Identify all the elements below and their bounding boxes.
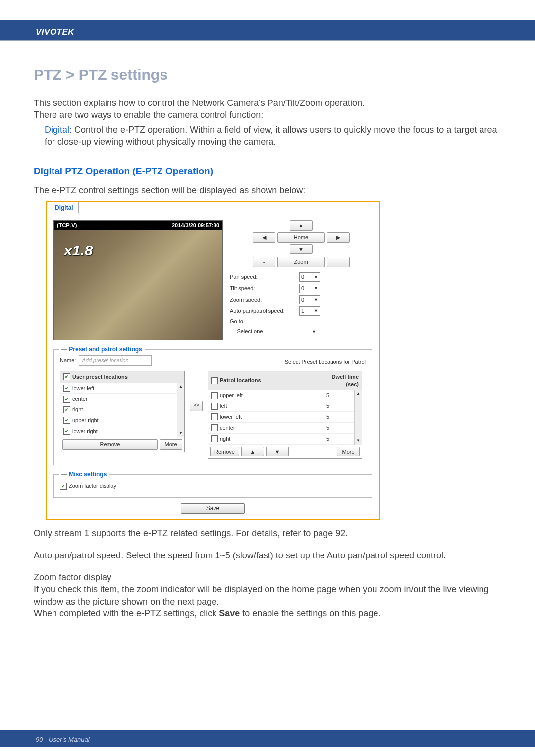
list-item[interactable]: upper left5 <box>208 390 354 401</box>
brand-header: VIVOTEK <box>36 27 74 37</box>
patrol-header-checkbox[interactable] <box>211 377 218 384</box>
remove-patrol-button[interactable]: Remove <box>210 447 239 457</box>
checkbox[interactable] <box>211 424 218 431</box>
zoom-speed-select[interactable]: 0▼ <box>299 295 320 304</box>
chevron-down-icon: ▼ <box>314 308 318 314</box>
checkbox[interactable] <box>211 435 218 442</box>
zoom-factor-checkbox[interactable]: ✔ <box>60 483 67 490</box>
auto-speed-select[interactable]: 1▼ <box>299 306 320 316</box>
save-instruction-bold: Save <box>219 608 240 618</box>
page-title: PTZ > PTZ settings <box>34 65 501 85</box>
checkbox[interactable]: ✔ <box>63 385 70 392</box>
name-label: Name: <box>60 357 76 364</box>
list-item[interactable]: ✔right <box>60 404 177 415</box>
patrol-list: Patrol locations Dwell time (sec) upper … <box>208 371 362 459</box>
remove-preset-button[interactable]: Remove <box>62 439 158 450</box>
checkbox[interactable]: ✔ <box>63 417 70 424</box>
ptz-right-button[interactable]: ▶ <box>327 232 350 243</box>
select-preset-label: Select Preset Locations for Patrol <box>285 358 366 366</box>
pan-speed-label: Pan speed: <box>230 273 299 281</box>
save-button[interactable]: Save <box>181 503 245 514</box>
list-item[interactable]: ✔lower left <box>60 383 177 394</box>
checkbox[interactable]: ✔ <box>63 428 70 435</box>
chevron-down-icon: ▼ <box>314 297 318 302</box>
auto-speed-heading: Auto pan/patrol speed <box>34 551 121 560</box>
intro-line-1: This section explains how to control the… <box>34 97 501 109</box>
user-header-checkbox[interactable]: ✔ <box>63 373 70 380</box>
checkbox[interactable]: ✔ <box>63 406 70 413</box>
tab-digital[interactable]: Digital <box>50 202 79 213</box>
zoom-in-button[interactable]: + <box>327 257 350 267</box>
zoom-speed-label: Zoom speed: <box>230 296 299 303</box>
auto-speed-label: Auto pan/patrol speed: <box>230 307 299 315</box>
zoom-factor-text-1: If you check this item, the zoom indicat… <box>34 583 501 607</box>
move-right-button[interactable]: >> <box>190 401 203 411</box>
ptz-up-button[interactable]: ▲ <box>290 220 313 231</box>
checkbox[interactable] <box>211 392 218 399</box>
zoom-factor-label: Zoom factor display <box>69 482 116 490</box>
checkbox[interactable] <box>211 403 218 410</box>
zoom-label: Zoom <box>277 257 325 267</box>
misc-legend: Misc settings <box>59 470 109 478</box>
zoom-indicator: x1.8 <box>64 241 93 261</box>
patrol-down-button[interactable]: ▼ <box>266 447 289 457</box>
intro-line-2: There are two ways to enable the camera … <box>34 109 501 121</box>
goto-select[interactable]: -- Select one --▼ <box>230 327 318 336</box>
more-patrol-button[interactable]: More <box>337 447 360 457</box>
ptz-home-button[interactable]: Home <box>277 232 325 243</box>
preset-name-input[interactable]: Add preset location <box>79 355 152 366</box>
list-item[interactable]: center5 <box>208 423 354 434</box>
tilt-speed-label: Tilt speed: <box>230 285 299 292</box>
stream-timestamp: 2014/3/20 09:57:30 <box>172 222 219 229</box>
user-preset-list: ✔ User preset locations ✔lower left ✔cen… <box>60 371 185 452</box>
patrol-up-button[interactable]: ▲ <box>241 447 264 457</box>
list-item[interactable]: left5 <box>208 401 354 412</box>
patrol-header: Patrol locations <box>220 377 261 384</box>
stream-name: (TCP-V) <box>57 222 77 229</box>
list-item[interactable]: ✔center <box>60 394 177 404</box>
checkbox[interactable] <box>211 413 218 420</box>
list-item[interactable]: right5 <box>208 434 354 445</box>
more-preset-button[interactable]: More <box>160 439 182 450</box>
list-item[interactable]: ✔lower right <box>60 426 177 437</box>
digital-label: Digital <box>45 125 69 135</box>
misc-fieldset: Misc settings ✔ Zoom factor display <box>54 474 372 498</box>
subsection-text: The e-PTZ control settings section will … <box>34 184 501 196</box>
zoom-out-button[interactable]: - <box>253 257 275 267</box>
video-preview: (TCP-V) 2014/3/20 09:57:30 x1.8 <box>54 220 223 340</box>
user-preset-header: User preset locations <box>72 373 128 381</box>
note-stream1: Only stream 1 supports the e-PTZ related… <box>34 527 501 539</box>
digital-desc: : Control the e-PTZ operation. Within a … <box>45 125 497 147</box>
subsection-heading: Digital PTZ Operation (E-PTZ Operation) <box>34 165 501 178</box>
list-item[interactable]: lower left5 <box>208 412 354 423</box>
scrollbar[interactable]: ▲▼ <box>354 390 362 444</box>
save-instruction-pre: When completed with the e-PTZ settings, … <box>34 608 219 618</box>
ptz-down-button[interactable]: ▼ <box>290 244 313 254</box>
dwell-header: Dwell time (sec) <box>324 373 359 388</box>
zoom-factor-heading: Zoom factor display <box>34 571 501 583</box>
chevron-down-icon: ▼ <box>314 285 318 291</box>
pan-speed-select[interactable]: 0▼ <box>299 272 320 282</box>
eptz-panel: Digital (TCP-V) 2014/3/20 09:57:30 x1.8 … <box>46 201 380 521</box>
save-instruction-post: to enable the settings on this page. <box>240 608 380 618</box>
tilt-speed-select[interactable]: 0▼ <box>299 284 320 293</box>
list-item[interactable]: ✔upper right <box>60 415 177 426</box>
chevron-down-icon: ▼ <box>312 329 316 335</box>
preset-patrol-fieldset: Preset and patrol settings Name: Add pre… <box>54 349 372 466</box>
footer-page-number: 90 - User's Manual <box>36 736 90 743</box>
ptz-left-button[interactable]: ◀ <box>253 232 275 243</box>
auto-speed-text: : Select the speed from 1~5 (slow/fast) … <box>121 551 446 560</box>
scrollbar[interactable]: ▲▼ <box>177 383 184 437</box>
goto-label: Go to: <box>230 318 299 325</box>
checkbox[interactable]: ✔ <box>63 396 70 403</box>
chevron-down-icon: ▼ <box>314 274 318 280</box>
preset-legend: Preset and patrol settings <box>59 345 145 353</box>
